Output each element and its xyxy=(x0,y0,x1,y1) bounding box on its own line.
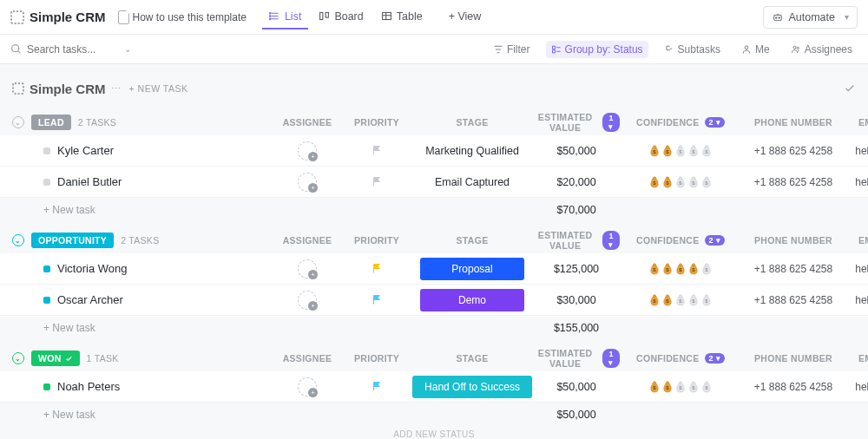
stage-text[interactable]: Marketing Qualified xyxy=(425,145,519,157)
group-collapse-toggle[interactable]: ⌄ xyxy=(12,116,24,128)
filter-icon xyxy=(493,44,503,55)
moneybag-icon xyxy=(648,262,661,276)
moneybag-icon xyxy=(674,175,687,189)
automate-button[interactable]: Automate ▾ xyxy=(763,6,858,29)
email-address[interactable]: help@clickup.com xyxy=(845,145,868,157)
confidence-rating[interactable] xyxy=(620,293,741,307)
document-icon xyxy=(118,10,129,24)
priority-flag[interactable] xyxy=(342,294,411,305)
groupby-button[interactable]: Group by: Status xyxy=(546,41,648,58)
workspace-name: Simple CRM xyxy=(10,10,106,24)
estimated-value[interactable]: $125,000 xyxy=(533,263,620,275)
assignee-add-button[interactable] xyxy=(298,173,317,192)
group-status-badge[interactable]: OPPORTUNITY xyxy=(31,233,114,248)
stage-pill[interactable]: Proposal xyxy=(420,258,524,280)
svg-point-0 xyxy=(269,13,270,14)
phone-number[interactable]: +1 888 625 4258 xyxy=(741,176,845,188)
task-name: Oscar Archer xyxy=(57,293,123,306)
confidence-rating[interactable] xyxy=(620,144,741,158)
group-task-count: 2 TASKS xyxy=(78,117,116,128)
email-address[interactable]: help@clickup.com xyxy=(845,381,868,393)
estimated-value[interactable]: $30,000 xyxy=(533,294,620,306)
estimated-value[interactable]: $50,000 xyxy=(533,145,620,157)
task-row[interactable]: Daniel Butler Email Captured $20,000 +1 … xyxy=(0,167,868,198)
view-tab-list[interactable]: List xyxy=(262,5,308,29)
task-row[interactable]: Kyle Carter Marketing Qualified $50,000 … xyxy=(0,135,868,167)
assignee-add-button[interactable] xyxy=(298,259,317,278)
view-tab-board[interactable]: Board xyxy=(312,5,370,29)
task-row[interactable]: Victoria Wong Proposal $125,000 +1 888 6… xyxy=(0,253,868,285)
new-task-button[interactable]: + NEW TASK xyxy=(129,83,188,94)
group-total: $50,000 xyxy=(533,409,620,421)
filter-button[interactable]: Filter xyxy=(488,41,536,58)
moneybag-icon xyxy=(661,380,674,394)
add-view-button[interactable]: + View xyxy=(442,5,489,29)
chevron-down-icon[interactable]: ⌄ xyxy=(124,44,131,54)
email-address[interactable]: help@clickup.com xyxy=(845,294,868,306)
email-address[interactable]: help@clickup.com xyxy=(845,176,868,188)
col-phone: PHONE NUMBER xyxy=(741,353,845,364)
email-address[interactable]: help@clickup.com xyxy=(845,263,868,275)
confidence-rating[interactable] xyxy=(620,380,741,394)
phone-number[interactable]: +1 888 625 4258 xyxy=(741,294,845,306)
group-collapse-toggle[interactable]: ⌄ xyxy=(12,352,24,364)
status-dot[interactable] xyxy=(43,383,50,390)
add-task-button[interactable]: + New task xyxy=(12,204,273,216)
col-confidence[interactable]: CONFIDENCE2 ▾ xyxy=(620,353,741,364)
add-task-button[interactable]: + New task xyxy=(12,409,273,421)
col-est-value[interactable]: ESTIMATED VALUE1 ▾ xyxy=(533,112,620,133)
moneybag-icon xyxy=(700,262,713,276)
phone-number[interactable]: +1 888 625 4258 xyxy=(741,381,845,393)
add-task-button[interactable]: + New task xyxy=(12,322,273,334)
status-dot[interactable] xyxy=(43,297,50,304)
phone-number[interactable]: +1 888 625 4258 xyxy=(741,263,845,275)
priority-flag[interactable] xyxy=(342,145,411,156)
stage-pill[interactable]: Demo xyxy=(420,289,524,311)
group-status-badge[interactable]: LEAD xyxy=(31,115,71,130)
search-input[interactable] xyxy=(27,43,114,56)
view-tab-table[interactable]: Table xyxy=(374,5,430,29)
task-row[interactable]: Oscar Archer Demo $30,000 +1 888 625 425… xyxy=(0,285,868,316)
col-assignee: ASSIGNEE xyxy=(273,353,342,364)
priority-flag[interactable] xyxy=(342,263,411,274)
search-icon xyxy=(10,43,22,55)
group-collapse-toggle[interactable]: ⌄ xyxy=(12,234,24,246)
col-stage: STAGE xyxy=(411,353,533,364)
status-dot[interactable] xyxy=(43,265,50,272)
col-confidence[interactable]: CONFIDENCE2 ▾ xyxy=(620,117,741,128)
template-link[interactable]: How to use this template xyxy=(118,10,247,24)
status-dot[interactable] xyxy=(43,179,50,186)
estimated-value[interactable]: $50,000 xyxy=(533,381,620,393)
estimated-value[interactable]: $20,000 xyxy=(533,176,620,188)
subtasks-button[interactable]: Subtasks xyxy=(659,41,726,58)
stage-pill[interactable]: Hand Off to Success xyxy=(412,376,532,398)
view-tabs: ListBoardTable xyxy=(262,5,430,29)
moneybag-icon xyxy=(648,380,661,394)
priority-flag[interactable] xyxy=(342,381,411,392)
confidence-rating[interactable] xyxy=(620,175,741,189)
group-status-badge[interactable]: WON xyxy=(31,351,80,366)
col-est-value[interactable]: ESTIMATED VALUE1 ▾ xyxy=(533,230,620,251)
people-icon xyxy=(791,44,801,55)
svg-point-8 xyxy=(779,16,780,17)
assignees-button[interactable]: Assignees xyxy=(786,41,858,58)
status-dot[interactable] xyxy=(43,147,50,154)
stage-text[interactable]: Email Captured xyxy=(435,176,510,188)
assignee-add-button[interactable] xyxy=(298,141,317,161)
assignee-add-button[interactable] xyxy=(298,377,317,396)
confidence-rating[interactable] xyxy=(620,262,741,276)
group-won: ⌄ WON 1 TASK ASSIGNEE PRIORITY STAGE EST… xyxy=(0,345,868,439)
list-icon xyxy=(12,82,24,95)
priority-flag[interactable] xyxy=(342,176,411,187)
task-row[interactable]: Noah Peters Hand Off to Success $50,000 … xyxy=(0,371,868,403)
svg-point-7 xyxy=(776,16,777,17)
search-box[interactable]: ⌄ xyxy=(10,43,149,56)
col-confidence[interactable]: CONFIDENCE2 ▾ xyxy=(620,235,741,246)
me-button[interactable]: Me xyxy=(736,41,775,58)
col-priority: PRIORITY xyxy=(342,235,411,246)
add-status-button[interactable]: ADD NEW STATUS xyxy=(0,427,868,439)
group-footer: + New task$155,000 xyxy=(0,316,868,340)
assignee-add-button[interactable] xyxy=(298,291,317,310)
phone-number[interactable]: +1 888 625 4258 xyxy=(741,145,845,157)
col-est-value[interactable]: ESTIMATED VALUE1 ▾ xyxy=(533,348,620,369)
